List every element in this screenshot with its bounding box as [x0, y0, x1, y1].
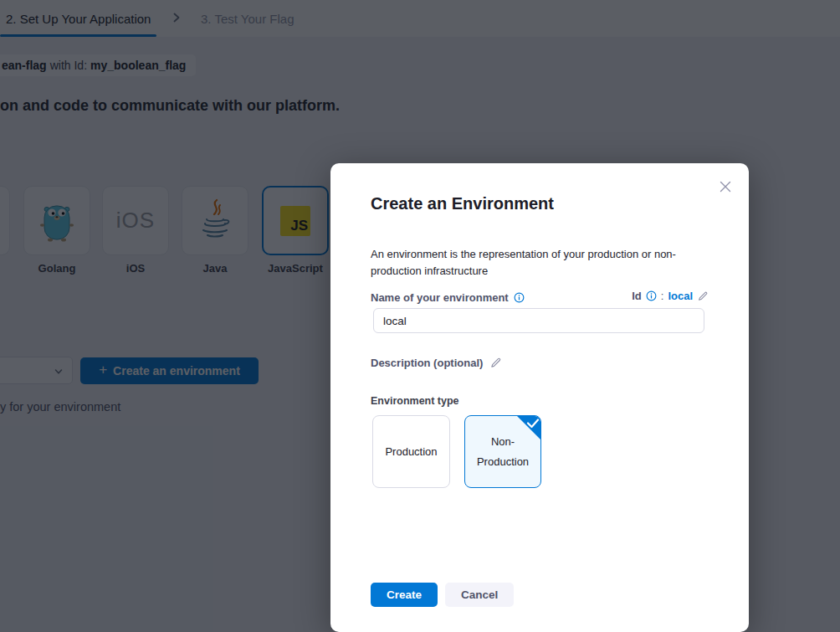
environment-name-input[interactable] [373, 308, 704, 333]
screen: 2. Set Up Your Application 3. Test Your … [0, 0, 840, 632]
name-field-row: Name of your environment Id : local [371, 290, 709, 303]
id-value[interactable]: local [668, 290, 693, 302]
info-icon[interactable] [646, 290, 657, 301]
info-icon[interactable] [514, 292, 525, 303]
name-field-label: Name of your environment [371, 291, 509, 304]
environment-type-label: Environment type [371, 395, 459, 407]
environment-type-non-production[interactable]: Non-Production [464, 415, 541, 488]
create-button[interactable]: Create [371, 583, 438, 607]
non-production-label: Non-Production [477, 432, 529, 471]
name-field-label-wrap: Name of your environment [371, 291, 525, 304]
modal-description: An environment is the representation of … [371, 246, 709, 280]
id-label: Id [632, 290, 642, 302]
environment-type-production[interactable]: Production [372, 415, 450, 488]
production-label: Production [385, 442, 437, 461]
modal-footer: Create Cancel [371, 583, 514, 607]
modal-title: Create an Environment [371, 194, 554, 213]
edit-pencil-icon[interactable] [489, 357, 502, 369]
close-icon[interactable] [715, 177, 735, 197]
id-field-block: Id : local [632, 290, 709, 302]
edit-pencil-icon[interactable] [697, 290, 709, 302]
cancel-button[interactable]: Cancel [445, 583, 514, 607]
create-environment-modal: Create an Environment An environment is … [330, 163, 749, 632]
description-label: Description (optional) [371, 357, 483, 369]
description-row: Description (optional) [371, 357, 502, 369]
id-colon: : [661, 290, 664, 302]
